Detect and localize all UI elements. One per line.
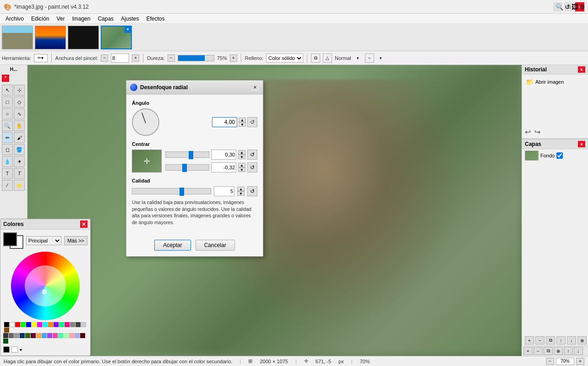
swatch-11[interactable] <box>65 322 70 327</box>
dialog-close-btn[interactable]: × <box>251 83 259 92</box>
history-redo-btn[interactable]: ↪ <box>534 127 541 137</box>
y-reset-btn[interactable]: ↺ <box>247 162 257 172</box>
tool-selector[interactable]: ✏▾ <box>34 54 48 62</box>
tab-2[interactable] <box>35 26 66 49</box>
layers-up-btn-2[interactable]: ↑ <box>564 347 573 355</box>
angle-down-btn[interactable]: ▼ <box>239 122 246 127</box>
swatch-3[interactable] <box>21 322 26 327</box>
center-preview-thumb[interactable]: ✛ <box>132 150 162 172</box>
blend-mode-dropdown[interactable]: ▾ <box>354 54 362 62</box>
swatch-13[interactable] <box>76 322 81 327</box>
swatch-6[interactable] <box>37 322 42 327</box>
swatch-18[interactable] <box>14 333 19 338</box>
layers-dup-btn-2[interactable]: ⧉ <box>544 347 553 355</box>
tool-text[interactable]: T <box>2 168 13 179</box>
swatch-25[interactable] <box>53 333 58 338</box>
tool-brush[interactable]: 🖌 <box>14 132 25 143</box>
menu-ajustes[interactable]: Ajustes <box>117 15 142 23</box>
color-mode-select[interactable]: Principal <box>26 236 61 245</box>
swatch-22[interactable] <box>36 333 41 338</box>
layers-down-btn-2[interactable]: ↓ <box>574 347 583 355</box>
layer-fondo-visibility[interactable] <box>556 152 563 159</box>
tab-3[interactable] <box>68 26 99 49</box>
quality-reset-btn[interactable]: ↺ <box>247 186 257 196</box>
layers-dup-btn[interactable]: ⧉ <box>546 336 555 344</box>
layers-del-btn[interactable]: − <box>535 336 544 344</box>
opacity-dropdown[interactable]: ▾ <box>377 54 385 62</box>
x-slider-input[interactable] <box>211 150 236 160</box>
tab-4[interactable]: ▼ <box>101 26 132 49</box>
color-icon-1[interactable] <box>3 346 10 353</box>
color-menu-btn[interactable]: ▾ <box>20 347 22 352</box>
colors-close-btn[interactable]: × <box>80 221 87 228</box>
swatch-2[interactable] <box>15 322 20 327</box>
tool-fill[interactable]: 🪣 <box>14 144 25 155</box>
angle-input[interactable] <box>212 117 237 127</box>
tool-clone[interactable]: ✦ <box>14 156 25 167</box>
swatch-30[interactable] <box>80 333 85 338</box>
swatch-27[interactable] <box>64 333 69 338</box>
menu-capas[interactable]: Capas <box>94 15 117 23</box>
cancel-button[interactable]: Cancelar <box>196 240 235 251</box>
anchura-plus[interactable]: + <box>132 54 139 62</box>
swatch-31[interactable] <box>3 339 8 344</box>
color-more-btn[interactable]: Más >> <box>64 236 87 245</box>
color-wheel[interactable] <box>11 252 80 320</box>
layers-close-btn[interactable]: × <box>578 141 585 147</box>
tool-diamond[interactable]: ◇ <box>14 97 25 108</box>
y-slider-thumb[interactable] <box>182 164 187 172</box>
relleno-select[interactable]: Color sólido <box>266 54 303 63</box>
swatch-9[interactable] <box>54 322 59 327</box>
icon-1[interactable]: 🔍 <box>555 3 563 11</box>
dureza-plus[interactable]: + <box>230 54 237 62</box>
x-slider-thumb[interactable] <box>189 151 193 159</box>
layers-add-btn-2[interactable]: + <box>523 347 533 355</box>
canvas-area[interactable] <box>27 65 522 356</box>
menu-efectos[interactable]: Efectos <box>142 15 168 23</box>
swatch-14[interactable] <box>81 322 86 327</box>
anchura-minus[interactable]: − <box>101 54 108 62</box>
x-reset-btn[interactable]: ↺ <box>247 150 257 160</box>
swatch-15[interactable] <box>4 328 9 333</box>
blend-icon[interactable]: ⧉ <box>311 54 320 63</box>
swatch-10[interactable] <box>59 322 64 327</box>
icon-2[interactable]: ↺ <box>565 3 570 11</box>
tool-ellipse[interactable]: ○ <box>2 108 13 119</box>
ok-button[interactable]: Aceptar <box>154 240 191 251</box>
y-up-btn[interactable]: ▲ <box>238 163 245 167</box>
primary-color-swatch[interactable] <box>3 232 17 246</box>
color-icon-2[interactable] <box>11 346 18 353</box>
swatch-4[interactable] <box>26 322 31 327</box>
tool-eraser[interactable]: ◻ <box>2 144 13 155</box>
layers-del-btn-2[interactable]: − <box>534 347 543 355</box>
swatch-19[interactable] <box>20 333 25 338</box>
toolbox-close-btn[interactable]: × <box>2 75 9 82</box>
dureza-slider[interactable] <box>178 55 214 61</box>
history-item-open[interactable]: 📁 Abrir imagen <box>524 76 586 87</box>
angle-reset-btn[interactable]: ↺ <box>247 117 257 127</box>
layers-merge-btn[interactable]: ⊕ <box>577 336 587 344</box>
zoom-input[interactable] <box>556 358 574 365</box>
angle-wheel[interactable] <box>132 108 159 136</box>
y-slider-input[interactable] <box>211 162 236 172</box>
quality-thumb[interactable] <box>180 188 184 196</box>
tool-pencil[interactable]: ✏ <box>2 132 13 143</box>
swatch-20[interactable] <box>25 333 30 338</box>
swatch-5[interactable] <box>32 322 37 327</box>
y-down-btn[interactable]: ▼ <box>238 167 245 172</box>
tool-colorpick[interactable]: 💧 <box>2 156 13 167</box>
quality-down-btn[interactable]: ▼ <box>237 191 245 196</box>
tab-1[interactable] <box>2 26 33 49</box>
tool-rect[interactable]: □ <box>2 97 13 108</box>
icon-3[interactable]: 🖼 <box>572 3 578 11</box>
swatch-7[interactable] <box>43 322 48 327</box>
icon-4[interactable]: ⚙ <box>579 3 585 11</box>
layer-fondo-row[interactable]: Fondo <box>522 149 588 162</box>
tool-hand[interactable]: ✋ <box>14 120 25 131</box>
quality-input[interactable] <box>214 186 234 196</box>
x-down-btn[interactable]: ▼ <box>238 155 245 159</box>
angle-up-btn[interactable]: ▲ <box>239 118 246 122</box>
menu-ver[interactable]: Ver <box>53 15 68 23</box>
history-close-btn[interactable]: × <box>578 66 585 73</box>
swatch-16[interactable] <box>3 333 8 338</box>
